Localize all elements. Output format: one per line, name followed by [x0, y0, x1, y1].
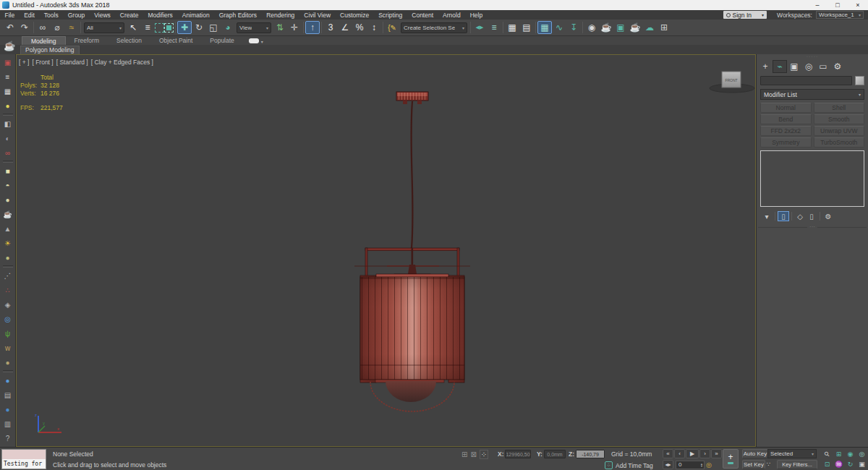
render-cloud-icon[interactable]: ☁ [642, 21, 657, 34]
ribbon-minimize-arrow[interactable]: ▾ [261, 39, 263, 44]
create-key-button[interactable]: + [723, 449, 739, 469]
motion-tab[interactable]: ◎ [801, 60, 816, 73]
play-button[interactable]: ▶ [686, 449, 699, 458]
light-lister-icon[interactable]: ● [1, 98, 14, 113]
molecule-icon[interactable]: ∴ [1, 283, 14, 297]
menu-tools[interactable]: Tools [39, 12, 63, 19]
select-rotate-icon[interactable]: ↻ [192, 21, 206, 34]
snaps-toggle-icon[interactable]: 3 [323, 21, 338, 34]
maximize-button[interactable]: □ [827, 1, 848, 9]
key-mode-dropdown[interactable]: Selected ▾ [767, 449, 817, 458]
material-sphere-icon[interactable]: ● [1, 373, 14, 388]
mirror-icon[interactable]: ◀▶ [472, 21, 487, 34]
grass-icon[interactable]: ψ [1, 326, 14, 341]
sun-light-icon[interactable]: ☀ [1, 236, 14, 250]
scene-explorer-list-icon[interactable]: ≡ [1, 69, 14, 84]
menu-edit[interactable]: Edit [20, 12, 40, 19]
modifier-button-turbosmooth[interactable]: TurboSmooth [814, 137, 865, 148]
object-name-field[interactable] [760, 76, 852, 85]
set-key-button[interactable]: Set Key [742, 460, 765, 469]
curve-editor-icon[interactable]: ∿ [552, 21, 566, 34]
select-place-icon[interactable]: ◕ [221, 21, 235, 34]
select-move-icon[interactable]: ✚ [177, 21, 192, 34]
leftbar-separator[interactable] [3, 265, 13, 268]
leftbar-separator[interactable] [3, 114, 13, 116]
disc-primitive-icon[interactable]: ● [1, 192, 14, 207]
modifier-button-ffd-2x2x2[interactable]: FFD 2x2x2 [760, 126, 812, 136]
app-store-icon[interactable]: ⊞ [657, 21, 671, 34]
hierarchy-tab[interactable]: ▣ [787, 60, 801, 73]
teapot-primitive-icon[interactable]: ☕ [1, 207, 14, 221]
modifier-stack[interactable] [760, 150, 864, 207]
dome-primitive-icon[interactable]: ◓ [1, 178, 14, 192]
modifier-button-unwrap-uvw[interactable]: Unwrap UVW [814, 126, 865, 136]
menu-create[interactable]: Create [115, 12, 143, 19]
menu-content[interactable]: Content [407, 12, 438, 19]
modifier-button-bend[interactable]: Bend [760, 114, 812, 124]
go-to-start-button[interactable]: « [663, 449, 673, 458]
rectangular-selection-icon[interactable] [155, 23, 164, 33]
modifier-button-smooth[interactable]: Smooth [814, 114, 865, 124]
selected-sphere-icon[interactable]: ● [1, 402, 14, 416]
y-coordinate-field[interactable]: 0,0mm [544, 450, 566, 458]
pan-icon[interactable]: ♒ [833, 459, 844, 469]
menu-customize[interactable]: Customize [336, 12, 374, 19]
ribbon-tab-modeling[interactable]: Modeling [22, 36, 66, 45]
splash-icon[interactable]: ◎ [1, 312, 14, 326]
make-unique-icon[interactable]: ◇ [794, 211, 806, 221]
current-frame-field[interactable]: 0▲▼ [676, 461, 705, 469]
select-scale-icon[interactable]: ◱ [206, 21, 221, 34]
lamp-model[interactable]: FRONT x y z [17, 55, 755, 445]
selection-lock-icon[interactable]: ⊠ [470, 450, 476, 458]
key-filters-button[interactable]: Key Filters... [777, 460, 817, 469]
auto-key-button[interactable]: Auto Key [742, 449, 768, 458]
rings-icon[interactable]: ∞ [1, 145, 14, 160]
maximize-viewport-icon[interactable]: ▣ [856, 459, 867, 469]
zoom-extents-icon[interactable]: ◉ [845, 449, 856, 458]
align-icon[interactable]: ≡ [487, 21, 501, 34]
menu-arnold[interactable]: Arnold [438, 12, 466, 19]
cone-primitive-icon[interactable]: ▲ [1, 221, 14, 236]
modifier-button-normal[interactable]: Normal [760, 103, 812, 113]
material-editor-icon[interactable]: ◉ [584, 21, 599, 34]
moon-icon[interactable]: ◐ [1, 131, 14, 145]
menu-modifiers[interactable]: Modifiers [143, 12, 177, 19]
sign-in-button[interactable]: Sign In ▾ [723, 11, 767, 19]
leftbar-separator[interactable] [3, 370, 13, 372]
modifier-list-dropdown[interactable]: Modifier List ▾ [760, 89, 864, 100]
previous-frame-button[interactable]: ‹ [674, 449, 685, 458]
listener-macro-row[interactable] [2, 450, 46, 459]
render-setup-icon[interactable]: ☕ [599, 21, 613, 34]
pin-stack-icon[interactable]: ▾ [761, 211, 773, 221]
key-step-toggle[interactable]: ◂▸ [663, 460, 673, 469]
clipboard-icon[interactable]: ▤ [1, 388, 14, 402]
scene-explorer-icon[interactable]: ▦ [505, 21, 519, 34]
angle-snap-icon[interactable]: ∠ [338, 21, 352, 34]
select-manipulate-icon[interactable]: ✛ [287, 21, 302, 34]
workspace-dropdown[interactable]: Workspace_1 ▾ [816, 11, 864, 19]
remove-modifier-icon[interactable]: ▯ [806, 211, 817, 221]
menu-file[interactable]: File [0, 12, 20, 19]
keyboard-override-icon[interactable]: ↑ [305, 21, 320, 34]
menu-rendering[interactable]: Rendering [262, 12, 299, 19]
utilities-tab[interactable]: ⚙ [830, 60, 845, 73]
leftbar-separator[interactable] [3, 161, 13, 163]
ribbon-tab-object-paint[interactable]: Object Paint [150, 36, 201, 45]
spinner-snap-icon[interactable]: ↕ [367, 21, 381, 34]
panel-drag-handle[interactable]: ····· [757, 54, 868, 59]
next-frame-button[interactable]: › [699, 449, 710, 458]
listener-script-row[interactable]: Testing for ¡ [2, 459, 46, 469]
zoom-all-icon[interactable]: ⊞ [833, 449, 844, 458]
help-icon[interactable]: ? [1, 431, 14, 445]
rendered-frame-icon[interactable]: ▣ [613, 21, 628, 34]
key-mode-icon[interactable]: ∵ [767, 461, 770, 468]
layer-explorer-icon[interactable]: ▤ [519, 21, 534, 34]
ribbon-tab-populate[interactable]: Populate [201, 36, 243, 45]
x-coordinate-field[interactable]: 129960,50 [505, 450, 531, 458]
go-to-end-button[interactable]: » [711, 449, 722, 458]
show-end-result-icon[interactable]: ▯ [778, 211, 789, 221]
orbit-icon[interactable]: ↻ [845, 459, 856, 469]
gamepad-icon[interactable]: ◈ [1, 297, 14, 312]
ribbon-tab-freeform[interactable]: Freeform [66, 36, 108, 45]
configure-modifier-sets-icon[interactable]: ⚙ [822, 211, 834, 221]
